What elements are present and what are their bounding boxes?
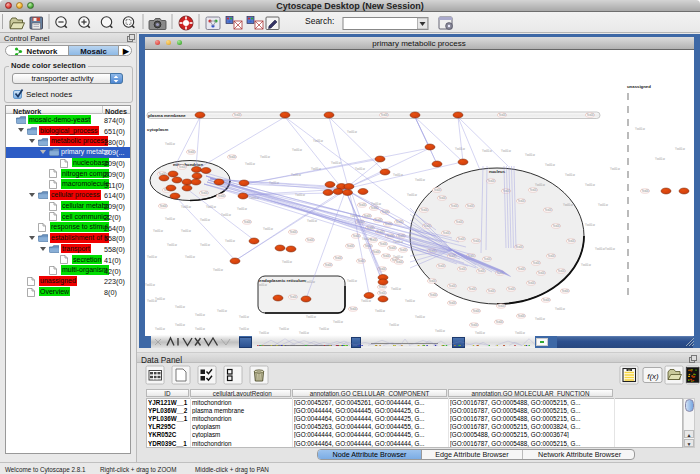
svg-text:Yxx00-w: Yxx00-w	[147, 255, 157, 259]
svg-text:Yxx00: Yxx00	[200, 191, 208, 195]
svg-text:unassigned: unassigned	[627, 84, 651, 89]
svg-text:Yxx00-w: Yxx00-w	[347, 279, 357, 283]
svg-text:Yxx00: Yxx00	[498, 113, 506, 117]
svg-text:Yxx00-w: Yxx00-w	[407, 193, 417, 197]
svg-text:Yxx00-w: Yxx00-w	[185, 255, 195, 259]
svg-text:Yxx00: Yxx00	[380, 113, 388, 117]
svg-text:Yxx00-w: Yxx00-w	[175, 305, 185, 309]
svg-text:Yxx00: Yxx00	[382, 254, 390, 258]
svg-text:Yxx00-w: Yxx00-w	[635, 127, 645, 131]
svg-text:Yxx00-w: Yxx00-w	[239, 327, 249, 331]
svg-text:Yxx00-w: Yxx00-w	[655, 157, 665, 161]
svg-text:Yxx00: Yxx00	[306, 238, 314, 242]
svg-text:Yxx00-w: Yxx00-w	[195, 313, 205, 317]
svg-text:Yxx00: Yxx00	[557, 269, 565, 273]
svg-text:Yxx00-w: Yxx00-w	[237, 207, 247, 211]
svg-text:Yxx00: Yxx00	[529, 188, 537, 192]
svg-text:Yxx00: Yxx00	[438, 196, 446, 200]
svg-text:Yxx00: Yxx00	[448, 284, 456, 288]
svg-text:Yxx00-w: Yxx00-w	[305, 280, 315, 284]
svg-text:Yxx00: Yxx00	[502, 189, 510, 193]
svg-text:Yxx00-w: Yxx00-w	[165, 142, 175, 146]
svg-text:Yxx00-w: Yxx00-w	[525, 153, 535, 157]
svg-text:Yxx00-w: Yxx00-w	[167, 243, 177, 247]
svg-text:Yxx00-w: Yxx00-w	[155, 327, 165, 331]
svg-text:Yxx00-w: Yxx00-w	[313, 139, 323, 143]
svg-text:Yxx00: Yxx00	[487, 289, 495, 293]
svg-text:Yxx00: Yxx00	[289, 230, 297, 234]
svg-text:Yxx00: Yxx00	[515, 245, 523, 249]
svg-text:Yxx00-w: Yxx00-w	[213, 268, 223, 272]
svg-text:Yxx00-w: Yxx00-w	[415, 315, 425, 319]
svg-text:Yxx00-w: Yxx00-w	[482, 149, 492, 153]
svg-text:Yxx00-w: Yxx00-w	[555, 307, 565, 311]
svg-text:Yxx00: Yxx00	[450, 204, 458, 208]
svg-text:Yxx00: Yxx00	[159, 204, 167, 208]
svg-text:Yxx00-w: Yxx00-w	[595, 247, 605, 251]
svg-text:Yxx00-w: Yxx00-w	[263, 227, 273, 231]
svg-text:Yxx00: Yxx00	[349, 307, 357, 311]
svg-text:Yxx00: Yxx00	[547, 254, 555, 258]
svg-text:Yxx00: Yxx00	[586, 113, 594, 117]
svg-text:Yxx00-w: Yxx00-w	[195, 327, 205, 331]
svg-text:Yxx00-w: Yxx00-w	[675, 147, 685, 151]
svg-text:Yxx00: Yxx00	[334, 256, 342, 260]
svg-text:Yxx00-w: Yxx00-w	[389, 323, 399, 327]
svg-text:Yxx00-w: Yxx00-w	[565, 173, 575, 177]
svg-text:Yxx00: Yxx00	[420, 208, 428, 212]
svg-text:Yxx00: Yxx00	[517, 199, 525, 203]
svg-text:Yxx00: Yxx00	[470, 323, 478, 327]
svg-text:Yxx00: Yxx00	[544, 208, 552, 212]
svg-text:Yxx00-w: Yxx00-w	[307, 219, 317, 223]
svg-text:Yxx00-w: Yxx00-w	[333, 320, 343, 324]
svg-text:Yxx00: Yxx00	[483, 257, 491, 261]
svg-text:Yxx00: Yxx00	[517, 267, 525, 271]
svg-text:Yxx00-w: Yxx00-w	[391, 287, 401, 291]
svg-text:Yxx00: Yxx00	[641, 189, 649, 193]
svg-text:Yxx00-w: Yxx00-w	[181, 229, 191, 233]
svg-text:Yxx00: Yxx00	[527, 281, 535, 285]
svg-text:Yxx00-w: Yxx00-w	[361, 299, 371, 303]
svg-text:Yxx00: Yxx00	[537, 271, 545, 275]
svg-text:Yxx00: Yxx00	[379, 242, 387, 246]
svg-text:Yxx00: Yxx00	[243, 220, 251, 224]
svg-text:Yxx00: Yxx00	[442, 231, 450, 235]
svg-text:Yxx00-w: Yxx00-w	[165, 217, 175, 221]
svg-text:Yxx00-w: Yxx00-w	[200, 243, 210, 247]
svg-text:Yxx00-w: Yxx00-w	[147, 299, 157, 303]
svg-text:Yxx00-w: Yxx00-w	[585, 183, 595, 187]
svg-text:Yxx00: Yxx00	[388, 246, 396, 250]
svg-text:Yxx00-w: Yxx00-w	[535, 317, 545, 321]
svg-text:Yxx00: Yxx00	[477, 269, 485, 273]
svg-text:Yxx00: Yxx00	[324, 263, 332, 267]
svg-text:Yxx00: Yxx00	[466, 204, 474, 208]
svg-text:Yxx00-w: Yxx00-w	[292, 148, 302, 152]
svg-text:Yxx00: Yxx00	[433, 188, 441, 192]
svg-text:Yxx00: Yxx00	[378, 291, 386, 295]
svg-text:Yxx00-w: Yxx00-w	[279, 327, 289, 331]
svg-text:Yxx00: Yxx00	[507, 287, 515, 291]
svg-text:Yxx00: Yxx00	[399, 248, 407, 252]
svg-text:Yxx00: Yxx00	[542, 298, 550, 302]
svg-text:Yxx00-w: Yxx00-w	[145, 283, 155, 287]
svg-text:Yxx00-w: Yxx00-w	[415, 178, 425, 182]
svg-text:Yxx00-w: Yxx00-w	[245, 162, 255, 166]
svg-text:Yxx00: Yxx00	[552, 224, 560, 228]
svg-text:Yxx00: Yxx00	[532, 261, 540, 265]
svg-text:Yxx00-w: Yxx00-w	[239, 315, 249, 319]
svg-text:Yxx00-w: Yxx00-w	[375, 309, 385, 313]
svg-text:f(x): f(x)	[647, 372, 659, 381]
svg-text:Yxx00: Yxx00	[395, 260, 403, 264]
svg-text:Yxx00: Yxx00	[457, 237, 465, 241]
svg-text:Yxx00-w: Yxx00-w	[581, 263, 591, 267]
svg-text:Yxx00: Yxx00	[455, 220, 463, 224]
svg-text:Yxx00-w: Yxx00-w	[598, 203, 608, 207]
svg-text:endoplasmic reticulum: endoplasmic reticulum	[259, 278, 306, 283]
svg-text:Yxx00-w: Yxx00-w	[319, 327, 329, 331]
svg-text:Yxx00-w: Yxx00-w	[501, 149, 511, 153]
svg-text:Yxx00: Yxx00	[372, 250, 380, 254]
svg-text:Yxx00-w: Yxx00-w	[175, 323, 185, 327]
svg-text:Yxx00: Yxx00	[472, 309, 480, 313]
svg-text:Yxx00: Yxx00	[178, 165, 186, 169]
svg-text:Yxx00-w: Yxx00-w	[585, 223, 595, 227]
